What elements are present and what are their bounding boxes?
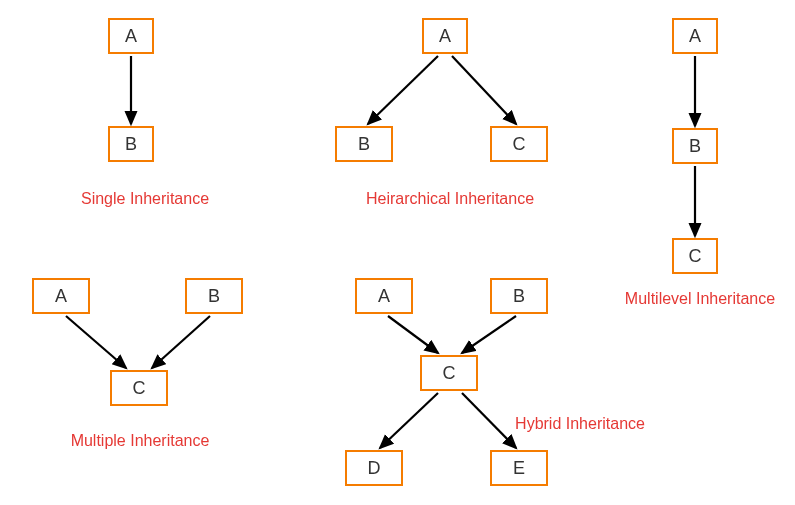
- multiple-node-c: C: [110, 370, 168, 406]
- single-node-a: A: [108, 18, 154, 54]
- multilevel-node-b: B: [672, 128, 718, 164]
- hybrid-node-e: E: [490, 450, 548, 486]
- hybrid-arrow-a-c: [388, 316, 438, 353]
- hybrid-node-c: C: [420, 355, 478, 391]
- single-title: Single Inheritance: [60, 190, 230, 208]
- hybrid-arrow-c-d: [380, 393, 438, 448]
- hierarchical-node-a: A: [422, 18, 468, 54]
- hierarchical-node-c: C: [490, 126, 548, 162]
- multilevel-node-a: A: [672, 18, 718, 54]
- multiple-node-a: A: [32, 278, 90, 314]
- multiple-arrow-b-c: [152, 316, 210, 368]
- hybrid-title: Hybrid Inheritance: [495, 415, 665, 433]
- hierarchical-arrow-a-c: [452, 56, 516, 124]
- multiple-title: Multiple Inheritance: [45, 432, 235, 450]
- hierarchical-title: Heirarchical Inheritance: [345, 190, 555, 208]
- hierarchical-arrow-a-b: [368, 56, 438, 124]
- multiple-arrow-a-c: [66, 316, 126, 368]
- hybrid-arrow-b-c: [462, 316, 516, 353]
- hybrid-node-d: D: [345, 450, 403, 486]
- hybrid-node-b: B: [490, 278, 548, 314]
- hybrid-node-a: A: [355, 278, 413, 314]
- multilevel-node-c: C: [672, 238, 718, 274]
- hierarchical-node-b: B: [335, 126, 393, 162]
- multilevel-title: Multilevel Inheritance: [610, 290, 790, 308]
- single-node-b: B: [108, 126, 154, 162]
- multiple-node-b: B: [185, 278, 243, 314]
